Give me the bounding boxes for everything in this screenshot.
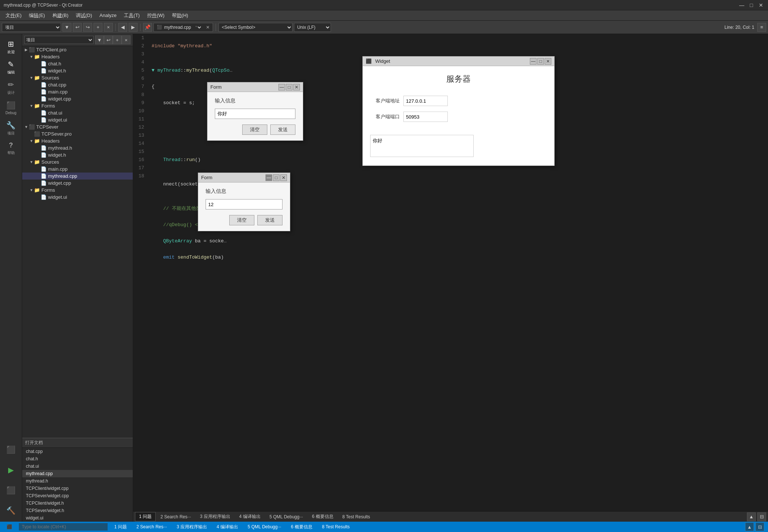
open-doc-widget-ui[interactable]: widget.ui: [22, 514, 133, 522]
tree-item-main-cpp-2[interactable]: 📄 main.cpp: [22, 166, 133, 173]
open-doc-tcpclient-widget-cpp[interactable]: TCPClient/widget.cpp: [22, 485, 133, 492]
current-file-tab[interactable]: ⬛ mythread.cpp ▼ ✕: [153, 23, 213, 32]
widget-ip-input[interactable]: [403, 96, 448, 106]
menu-build[interactable]: 构建(B): [49, 11, 72, 20]
tree-item-main-cpp-1[interactable]: 📄 main.cpp: [22, 88, 133, 95]
encoding-selector[interactable]: Unix (LF): [294, 23, 331, 32]
tree-item-widget-h-1[interactable]: 📄 widget.h: [22, 67, 133, 74]
tab-app-output[interactable]: 3 应用程序输出: [196, 512, 234, 521]
open-doc-tcpsever-widget-cpp[interactable]: TCPSever/widget.cpp: [22, 492, 133, 499]
widget-message-textarea[interactable]: 你好: [370, 135, 474, 157]
tree-item-chat-ui[interactable]: 📄 chat.ui: [22, 109, 133, 116]
project-selector[interactable]: 项目: [2, 23, 61, 32]
open-doc-chat-ui[interactable]: chat.ui: [22, 463, 133, 470]
tree-item-widget-ui-2[interactable]: 📄 widget.ui: [22, 194, 133, 201]
tree-item-mythread-h[interactable]: 📄 mythread.h: [22, 144, 133, 151]
sidebar-item-run[interactable]: ▶: [2, 461, 20, 479]
status-search[interactable]: 2 Search Res···: [133, 524, 170, 529]
open-doc-mythread-cpp[interactable]: mythread.cpp: [22, 470, 133, 477]
menu-tools[interactable]: 工具(T): [120, 11, 143, 20]
minimize-button[interactable]: —: [738, 2, 745, 8]
file-close-btn[interactable]: ✕: [206, 25, 210, 30]
status-test[interactable]: 8 Test Results: [319, 524, 353, 529]
open-doc-mythread-h[interactable]: mythread.h: [22, 477, 133, 485]
sidebar-item-project[interactable]: 🔧 项目: [2, 119, 20, 137]
sidebar-item-design[interactable]: ✏ 设计: [2, 78, 20, 97]
add-file-button[interactable]: +: [94, 23, 102, 32]
tab-issues[interactable]: 1 问题: [135, 512, 156, 521]
tree-item-forms-2[interactable]: ▼ 📁 Forms: [22, 187, 133, 194]
status-qml[interactable]: 5 QML Debugg···: [245, 524, 284, 529]
menu-debug[interactable]: 调试(D): [72, 11, 96, 20]
widget-close[interactable]: ✕: [545, 58, 551, 65]
tree-item-chat-h[interactable]: 📄 chat.h: [22, 60, 133, 67]
tree-item-tcpsever-pro[interactable]: ⬛ TCPSever.pro: [22, 130, 133, 137]
widget-port-input[interactable]: [403, 112, 448, 122]
menu-file[interactable]: 文件(E): [2, 11, 25, 20]
form-2-maximize[interactable]: □: [273, 174, 280, 181]
nav-back-button[interactable]: ↩: [73, 23, 82, 32]
form-1-close[interactable]: ✕: [293, 84, 300, 91]
close-file-button[interactable]: ×: [104, 23, 113, 32]
tree-item-headers-2[interactable]: ▼ 📁 Headers: [22, 137, 133, 144]
form-1-minimize[interactable]: —: [278, 84, 285, 91]
tree-item-widget-ui-1[interactable]: 📄 widget.ui: [22, 116, 133, 123]
form-2-input[interactable]: [206, 199, 282, 209]
tree-item-widget-cpp-1[interactable]: 📄 widget.cpp: [22, 95, 133, 102]
tree-item-tcpclient-pro[interactable]: ▶ ⬛ TCPClient.pro: [22, 46, 133, 53]
project-filter-btn[interactable]: ▼: [95, 35, 104, 44]
tree-item-widget-h-2[interactable]: 📄 widget.h: [22, 151, 133, 158]
tree-item-sources-1[interactable]: ▼ 📁 Sources: [22, 74, 133, 81]
tree-item-chat-cpp[interactable]: 📄 chat.cpp: [22, 81, 133, 88]
status-up-btn[interactable]: ▲: [745, 522, 754, 531]
open-doc-chat-cpp[interactable]: chat.cpp: [22, 448, 133, 455]
sidebar-item-debug2[interactable]: ⬛: [2, 440, 20, 459]
maximize-button[interactable]: □: [748, 2, 755, 8]
locate-input[interactable]: [19, 523, 108, 531]
widget-maximize[interactable]: □: [537, 58, 544, 65]
prev-button[interactable]: ◀: [118, 23, 127, 32]
sidebar-item-debug[interactable]: ⬛ Debug: [2, 99, 20, 117]
status-issues[interactable]: 1 问题: [111, 524, 130, 530]
status-overview[interactable]: 6 概要信息: [288, 524, 315, 530]
sidebar-item-debug3[interactable]: ⬛: [2, 481, 20, 499]
widget-minimize[interactable]: —: [530, 58, 537, 65]
status-type-indicator[interactable]: ⬛: [4, 524, 15, 529]
close-button[interactable]: ✕: [758, 2, 764, 8]
form-1-send-btn[interactable]: 发送: [270, 125, 295, 135]
tab-search[interactable]: 2 Search Res···: [156, 513, 195, 521]
next-button[interactable]: ▶: [129, 23, 138, 32]
tree-item-forms-1[interactable]: ▼ 📁 Forms: [22, 102, 133, 109]
tree-item-mythread-cpp[interactable]: 📄 mythread.cpp: [22, 173, 133, 180]
form-2-close[interactable]: ✕: [280, 174, 287, 181]
menu-edit[interactable]: 编辑(E): [25, 11, 48, 20]
tree-item-tcpsever[interactable]: ▼ ⬛ TCPSever: [22, 123, 133, 130]
open-doc-tcpsever-widget-h[interactable]: TCPSever/widget.h: [22, 507, 133, 514]
open-doc-tcpclient-widget-h[interactable]: TCPClient/widget.h: [22, 499, 133, 507]
status-settings-btn[interactable]: ⊟: [755, 522, 764, 531]
sidebar-item-help[interactable]: ? 帮助: [2, 139, 20, 158]
form-1-clear-btn[interactable]: 清空: [242, 125, 267, 135]
toolbar-extra-button[interactable]: ≡: [757, 23, 766, 32]
nav-forward-button[interactable]: ↪: [83, 23, 92, 32]
tab-compile[interactable]: 4 编译输出: [235, 512, 265, 521]
form-2-send-btn[interactable]: 发送: [257, 215, 282, 225]
sidebar-item-welcome[interactable]: ⊞ 欢迎: [2, 38, 20, 56]
pin-button[interactable]: 📌: [143, 23, 152, 32]
sidebar-item-hammer[interactable]: 🔨: [2, 501, 20, 520]
form-2-minimize[interactable]: —: [265, 174, 272, 181]
project-view-selector[interactable]: 项目: [24, 36, 94, 44]
status-app-output[interactable]: 3 应用程序输出: [174, 524, 210, 530]
form-2-clear-btn[interactable]: 清空: [229, 215, 254, 225]
bottom-expand-btn[interactable]: ⊟: [757, 512, 766, 521]
open-doc-chat-h[interactable]: chat.h: [22, 455, 133, 463]
tab-qml[interactable]: 5 QML Debugg···: [265, 513, 307, 521]
symbol-selector[interactable]: <Select Symbol>: [219, 23, 292, 32]
project-add-btn[interactable]: +: [113, 35, 122, 44]
menu-analyze[interactable]: Analyze: [96, 11, 120, 19]
form-1-maximize[interactable]: □: [286, 84, 292, 91]
tab-overview[interactable]: 6 概要信息: [308, 512, 338, 521]
sidebar-item-edit[interactable]: ✎ 编辑: [2, 58, 20, 76]
form-1-input[interactable]: [215, 109, 295, 119]
project-sync-btn[interactable]: ↩: [104, 35, 113, 44]
